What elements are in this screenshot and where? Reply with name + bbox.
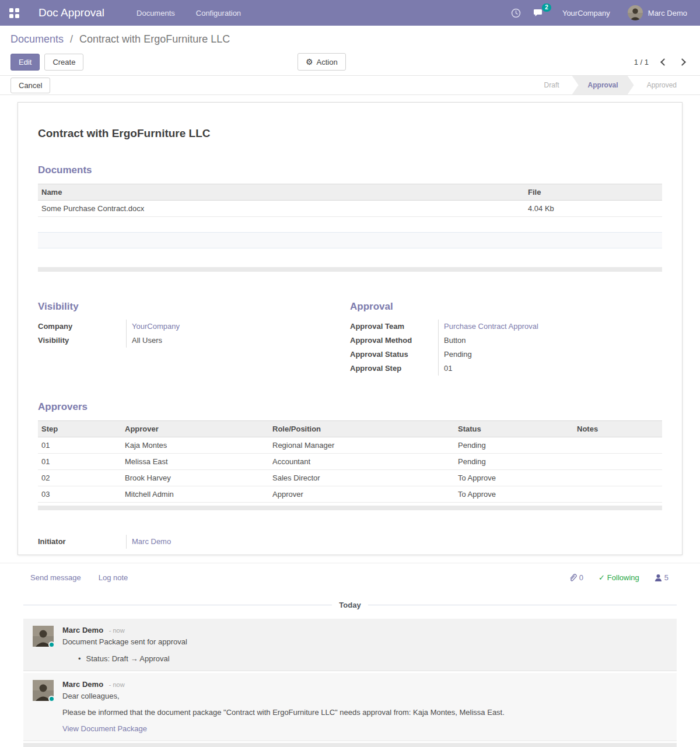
message-author[interactable]: Marc Demo	[62, 680, 103, 689]
stage-draft[interactable]: Draft	[531, 76, 572, 94]
approvers-col-approver[interactable]: Approver	[121, 420, 269, 437]
approver-row[interactable]: 01 Kaja Montes Regional Manager Pending	[38, 437, 662, 453]
following-label: Following	[607, 573, 639, 582]
attachments-button[interactable]: 0	[569, 573, 583, 582]
followers-button[interactable]: 5	[654, 573, 668, 582]
document-file-size: 4.04 Kb	[524, 201, 662, 217]
menu-configuration[interactable]: Configuration	[196, 9, 241, 17]
approval-status-label: Approval Status	[350, 348, 438, 362]
pager-previous-icon[interactable]	[660, 58, 668, 66]
following-button[interactable]: ✓ Following	[598, 573, 639, 582]
user-menu[interactable]: Marc Demo	[628, 5, 687, 20]
approvers-section: Approvers Step Approver Role/Position St…	[38, 401, 662, 510]
approver-name: Brook Harvey	[121, 469, 269, 486]
navbar-menus: Documents Configuration	[136, 9, 241, 17]
tracking-text: Status: Draft → Approval	[86, 654, 170, 663]
approvers-col-role[interactable]: Role/Position	[269, 420, 454, 437]
menu-documents[interactable]: Documents	[136, 9, 175, 17]
activities-clock-icon[interactable]	[511, 8, 521, 18]
breadcrumb-separator: /	[70, 33, 73, 45]
approver-notes	[573, 469, 662, 486]
stage-approval[interactable]: Approval	[572, 76, 634, 94]
approvers-heading: Approvers	[38, 401, 662, 413]
document-name: Some Purchase Contract.docx	[38, 201, 524, 217]
message-author[interactable]: Marc Demo	[62, 626, 103, 634]
statusbar: Cancel Draft Approval Approved	[0, 75, 700, 95]
pager-next-icon[interactable]	[678, 58, 686, 66]
visibility-group: Visibility Company YourCompany Visibilit…	[38, 301, 350, 376]
approvers-col-step[interactable]: Step	[38, 420, 121, 437]
followers-count: 5	[664, 573, 668, 582]
message-body: Document Package sent for approval	[62, 637, 187, 646]
paperclip-icon	[569, 573, 577, 582]
message-timestamp: - now	[109, 681, 125, 688]
approver-role: Regional Manager	[269, 437, 454, 453]
control-panel: Documents / Contract with ErgoFurniture …	[0, 26, 700, 75]
bullet-icon: •	[78, 654, 81, 663]
app-title: Doc Approval	[38, 6, 104, 19]
table-scrollbar[interactable]	[38, 267, 662, 272]
breadcrumb: Documents / Contract with ErgoFurniture …	[10, 33, 690, 45]
create-button[interactable]: Create	[44, 54, 83, 71]
approver-name: Mitchell Admin	[121, 486, 269, 502]
company-value-link[interactable]: YourCompany	[132, 322, 180, 331]
documents-heading: Documents	[38, 164, 662, 176]
document-row[interactable]: Some Purchase Contract.docx 4.04 Kb	[38, 201, 662, 217]
approver-step: 01	[38, 453, 121, 469]
breadcrumb-documents-link[interactable]: Documents	[10, 33, 64, 45]
send-message-button[interactable]: Send message	[30, 573, 81, 582]
field-approval-status: Approval Status Pending	[350, 348, 662, 362]
documents-col-name[interactable]: Name	[38, 184, 524, 201]
check-icon: ✓	[598, 573, 605, 582]
pager: 1 / 1	[634, 58, 690, 66]
approver-step: 01	[38, 437, 121, 453]
documents-col-file[interactable]: File	[524, 184, 662, 201]
approvers-col-status[interactable]: Status	[454, 420, 573, 437]
field-visibility: Visibility All Users	[38, 334, 350, 348]
log-note-button[interactable]: Log note	[99, 573, 128, 582]
approval-step-value: 01	[438, 362, 662, 376]
table-scrollbar[interactable]	[38, 506, 662, 510]
company-label: Company	[38, 320, 126, 334]
approval-method-label: Approval Method	[350, 334, 438, 348]
followers-icon	[654, 574, 662, 582]
approver-row[interactable]: 02 Brook Harvey Sales Director To Approv…	[38, 469, 662, 486]
company-switcher[interactable]: YourCompany	[562, 9, 610, 17]
message-header: Marc Demo - now	[62, 626, 125, 634]
tracking-value: • Status: Draft → Approval	[78, 654, 187, 663]
approver-notes	[573, 453, 662, 469]
empty-row	[38, 248, 662, 264]
approval-heading: Approval	[350, 301, 662, 313]
message-avatar	[33, 680, 54, 701]
cancel-button[interactable]: Cancel	[10, 78, 50, 93]
approver-row[interactable]: 03 Mitchell Admin Approver To Approve	[38, 486, 662, 502]
visibility-value: All Users	[126, 334, 350, 348]
approval-status-value: Pending	[438, 348, 662, 362]
initiator-value-link[interactable]: Marc Demo	[132, 537, 171, 546]
message-email: Marc Demo - now Dear colleagues, Please …	[23, 673, 677, 741]
approver-notes	[573, 486, 662, 502]
action-button-label: Action	[317, 58, 338, 66]
documents-section: Documents Name File Some Purchase Contra…	[38, 164, 662, 272]
apps-grid-icon[interactable]	[9, 8, 19, 18]
approval-group: Approval Approval Team Purchase Contract…	[350, 301, 662, 376]
message-body: Please be informed that the document pac…	[62, 708, 505, 717]
messages-icon[interactable]: 2	[534, 8, 545, 17]
field-approval-team: Approval Team Purchase Contract Approval	[350, 320, 662, 334]
message-header: Marc Demo - now	[62, 680, 125, 689]
initiator-label: Initiator	[38, 535, 126, 549]
view-document-package-link[interactable]: View Document Package	[62, 724, 505, 733]
online-status-dot	[48, 641, 55, 648]
approver-row[interactable]: 01 Melissa East Accountant Pending	[38, 453, 662, 469]
approver-status: Pending	[454, 437, 573, 453]
approver-name: Kaja Montes	[121, 437, 269, 453]
action-button[interactable]: ⚙ Action	[298, 53, 346, 71]
approval-team-value-link[interactable]: Purchase Contract Approval	[444, 322, 538, 331]
approvers-col-notes[interactable]: Notes	[573, 420, 662, 437]
approver-role: Sales Director	[269, 469, 454, 486]
stage-approved[interactable]: Approved	[634, 76, 690, 94]
pager-count: 1 / 1	[634, 58, 649, 66]
approval-step-label: Approval Step	[350, 362, 438, 376]
edit-button[interactable]: Edit	[10, 54, 40, 71]
approver-name: Melissa East	[121, 453, 269, 469]
